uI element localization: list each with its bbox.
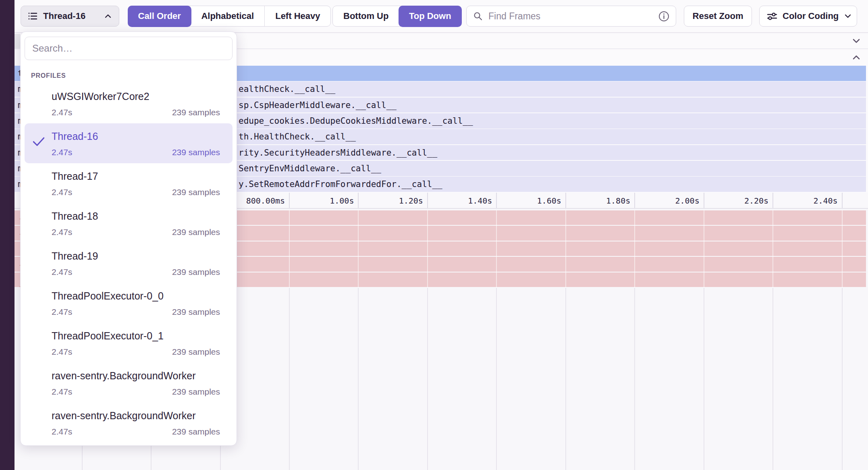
profiling-flamegraph-app: { "toolbar": { "thread_selector": {"labe… bbox=[0, 0, 868, 470]
sort-mode-segmented-control: Call Order Alphabetical Left Heavy bbox=[128, 6, 331, 27]
profile-name: ThreadPoolExecutor-0_1 bbox=[52, 330, 164, 342]
profile-duration: 2.47s bbox=[52, 108, 72, 117]
profile-duration: 2.47s bbox=[52, 267, 72, 277]
axis-tick-label: 1.60s bbox=[497, 196, 561, 206]
direction-segmented-control: Bottom Up Top Down bbox=[332, 6, 461, 27]
section-collapse-chevron-down-icon[interactable] bbox=[850, 35, 862, 47]
profile-name: raven-sentry.BackgroundWorker bbox=[52, 370, 196, 382]
axis-tick-label: 2.40s bbox=[773, 196, 838, 206]
chart-gridline bbox=[704, 288, 704, 470]
pink-gridline bbox=[496, 210, 497, 288]
profile-meta: 2.47s239 samples bbox=[52, 427, 220, 437]
pink-gridline bbox=[634, 210, 635, 288]
profile-name: Thread-16 bbox=[52, 131, 98, 142]
frame-text: ealthCheck.__call__ bbox=[239, 84, 335, 94]
profile-samples: 239 samples bbox=[172, 267, 220, 277]
find-frames-field bbox=[466, 6, 676, 27]
app-sidebar-strip bbox=[0, 0, 15, 470]
search-icon bbox=[473, 11, 483, 21]
profiles-search-input[interactable] bbox=[25, 37, 233, 60]
color-coding-label: Color Coding bbox=[783, 11, 839, 21]
pink-gridline bbox=[289, 210, 290, 288]
profile-samples: 239 samples bbox=[172, 347, 220, 357]
sort-left-heavy-button[interactable]: Left Heavy bbox=[264, 6, 330, 26]
frame-text: y.SetRemoteAddrFromForwardedFor.__call__ bbox=[239, 179, 442, 189]
profile-option[interactable]: raven-sentry.BackgroundWorker2.47s239 sa… bbox=[25, 363, 233, 403]
profile-meta: 2.47s239 samples bbox=[52, 307, 220, 317]
frame-text: sp.CspHeaderMiddleware.__call__ bbox=[239, 100, 397, 110]
profile-meta: 2.47s239 samples bbox=[52, 387, 220, 397]
profile-duration: 2.47s bbox=[52, 427, 72, 437]
sliders-icon bbox=[766, 10, 778, 22]
profile-samples: 239 samples bbox=[172, 427, 220, 437]
top-down-button[interactable]: Top Down bbox=[399, 6, 462, 27]
thread-list-icon bbox=[27, 11, 38, 21]
profile-samples: 239 samples bbox=[172, 307, 220, 317]
profiles-dropdown: PROFILES uWSGIWorker7Core22.47s239 sampl… bbox=[20, 31, 237, 446]
pink-gridline bbox=[427, 210, 428, 288]
bottom-up-button[interactable]: Bottom Up bbox=[333, 6, 399, 26]
profile-meta: 2.47s239 samples bbox=[52, 187, 220, 197]
chart-gridline bbox=[496, 288, 497, 470]
chevron-up-icon bbox=[104, 12, 112, 21]
pink-gridline bbox=[842, 210, 843, 288]
frame-text: rity.SecurityHeadersMiddleware.__call__ bbox=[239, 148, 437, 158]
profile-meta: 2.47s239 samples bbox=[52, 347, 220, 357]
profile-samples: 239 samples bbox=[172, 108, 220, 117]
profile-samples: 239 samples bbox=[172, 227, 220, 237]
thread-selector-label: Thread-16 bbox=[43, 11, 85, 21]
section-expand-chevron-up-icon[interactable] bbox=[850, 52, 862, 64]
reset-zoom-button[interactable]: Reset Zoom bbox=[684, 6, 752, 27]
chart-gridline bbox=[772, 288, 773, 470]
profiles-list: uWSGIWorker7Core22.47s239 samplesThread-… bbox=[25, 83, 233, 443]
pink-gridline bbox=[565, 210, 566, 288]
profile-duration: 2.47s bbox=[52, 347, 72, 357]
frame-text: SentryEnvMiddleware.__call__ bbox=[239, 164, 381, 173]
color-coding-button[interactable]: Color Coding bbox=[759, 6, 857, 27]
profile-duration: 2.47s bbox=[52, 227, 72, 237]
frame-text: th.HealthCheck.__call__ bbox=[239, 132, 356, 141]
chart-gridline bbox=[842, 288, 843, 470]
chart-gridline bbox=[358, 288, 359, 470]
profile-option[interactable]: ThreadPoolExecutor-0_02.47s239 samples bbox=[25, 283, 233, 323]
profile-name: uWSGIWorker7Core2 bbox=[52, 91, 150, 102]
profile-name: ThreadPoolExecutor-0_0 bbox=[52, 290, 164, 302]
info-icon[interactable] bbox=[658, 11, 669, 22]
find-frames-input[interactable] bbox=[488, 10, 654, 22]
profile-option[interactable]: Thread-172.47s239 samples bbox=[25, 163, 233, 203]
profile-name: raven-sentry.BackgroundWorker bbox=[52, 410, 196, 422]
profile-meta: 2.47s239 samples bbox=[52, 227, 220, 237]
profile-option[interactable]: ThreadPoolExecutor-0_12.47s239 samples bbox=[25, 323, 233, 363]
chart-gridline bbox=[634, 288, 635, 470]
profile-name: Thread-18 bbox=[52, 210, 98, 222]
profile-name: Thread-19 bbox=[52, 250, 98, 262]
sort-alphabetical-button[interactable]: Alphabetical bbox=[191, 6, 264, 26]
thread-selector-button[interactable]: Thread-16 bbox=[21, 6, 119, 27]
profile-option[interactable]: Thread-162.47s239 samples bbox=[25, 123, 233, 163]
frame-text: edupe_cookies.DedupeCookiesMiddleware.__… bbox=[239, 116, 473, 126]
pink-gridline bbox=[704, 210, 704, 288]
profile-meta: 2.47s239 samples bbox=[52, 148, 220, 157]
chevron-down-icon bbox=[843, 12, 852, 21]
profile-option[interactable]: Thread-182.47s239 samples bbox=[25, 203, 233, 243]
toolbar: Thread-16 Call Order Alphabetical Left H… bbox=[15, 0, 868, 33]
axis-tick-label: 1.20s bbox=[359, 196, 423, 206]
chart-gridline bbox=[289, 288, 290, 470]
minimap-sliver bbox=[15, 34, 20, 48]
check-icon bbox=[31, 134, 46, 149]
axis-tick-label: 1.00s bbox=[289, 196, 354, 206]
sort-call-order-button[interactable]: Call Order bbox=[128, 6, 191, 27]
chart-gridline bbox=[565, 288, 566, 470]
profile-samples: 239 samples bbox=[172, 148, 220, 157]
profile-option[interactable]: Thread-192.47s239 samples bbox=[25, 243, 233, 283]
axis-tick-label: 1.40s bbox=[428, 196, 492, 206]
profile-option[interactable]: raven-sentry.BackgroundWorker2.47s239 sa… bbox=[25, 403, 233, 443]
axis-tick-label: 1.80s bbox=[566, 196, 630, 206]
profile-samples: 239 samples bbox=[172, 387, 220, 397]
pink-gridline bbox=[772, 210, 773, 288]
profile-name: Thread-17 bbox=[52, 171, 98, 182]
profile-meta: 2.47s239 samples bbox=[52, 108, 220, 117]
profile-samples: 239 samples bbox=[172, 187, 220, 197]
profile-option[interactable]: uWSGIWorker7Core22.47s239 samples bbox=[25, 83, 233, 123]
axis-gridline bbox=[842, 193, 843, 208]
